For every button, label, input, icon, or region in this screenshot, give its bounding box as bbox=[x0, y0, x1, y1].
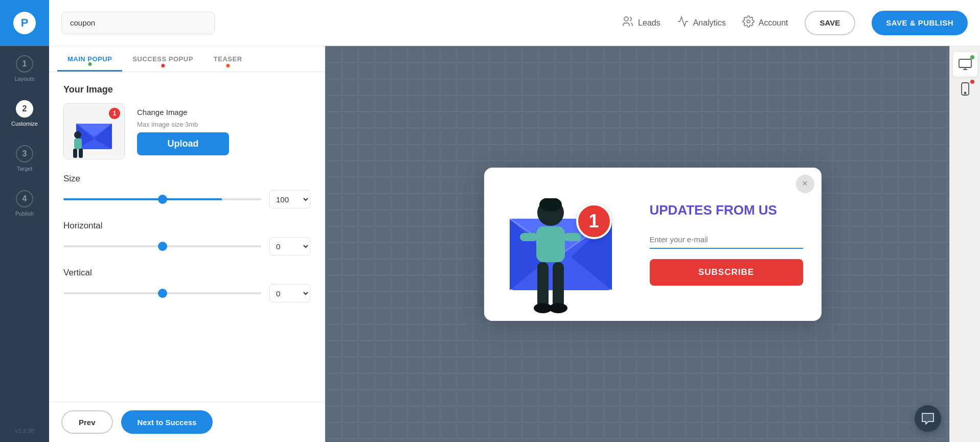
size-slider-row: 100 50 75 150 200 bbox=[63, 190, 310, 208]
svg-rect-20 bbox=[564, 233, 581, 241]
step-number-1: 1 bbox=[16, 55, 33, 73]
step-number-3: 3 bbox=[16, 145, 33, 162]
step-number-4: 4 bbox=[16, 190, 33, 207]
gear-icon bbox=[742, 15, 755, 30]
desktop-status-dot bbox=[970, 55, 974, 59]
leads-label: Leads bbox=[638, 18, 660, 28]
leads-icon bbox=[622, 15, 634, 30]
header-nav: Leads Analytics Account bbox=[622, 11, 968, 35]
sidebar-item-layouts[interactable]: 1 Layouts bbox=[0, 46, 49, 91]
sidebar: P 1 Layouts 2 Customize 3 Target 4 Publi… bbox=[0, 0, 49, 442]
tab-dot-main bbox=[88, 62, 92, 66]
popup-modal: × bbox=[484, 168, 822, 321]
panel-footer: Prev Next to Success bbox=[49, 402, 325, 442]
horizontal-control: Horizontal 0 -50 50 bbox=[63, 221, 310, 255]
upload-button[interactable]: Upload bbox=[137, 132, 229, 155]
sidebar-item-target[interactable]: 3 Target bbox=[0, 136, 49, 181]
horizontal-label: Horizontal bbox=[63, 221, 310, 231]
image-badge: 1 bbox=[109, 108, 120, 119]
search-input[interactable] bbox=[61, 12, 215, 34]
panel-scroll-area: Your Image bbox=[49, 72, 325, 402]
svg-point-0 bbox=[624, 17, 628, 21]
vertical-slider-row: 0 -50 50 bbox=[63, 284, 310, 303]
svg-rect-19 bbox=[520, 233, 537, 241]
analytics-label: Analytics bbox=[693, 18, 726, 28]
nav-leads[interactable]: Leads bbox=[622, 15, 660, 30]
subscribe-button[interactable]: SUBSCRIBE bbox=[650, 259, 803, 286]
vertical-select[interactable]: 0 -50 50 bbox=[269, 284, 310, 303]
tab-dot-teaser bbox=[226, 64, 230, 67]
logo-icon: P bbox=[13, 12, 36, 34]
save-button[interactable]: SAVE bbox=[805, 11, 856, 35]
version-label: v1.3.38 bbox=[15, 428, 34, 434]
mobile-device-button[interactable] bbox=[953, 77, 977, 101]
account-label: Account bbox=[759, 18, 788, 28]
size-label: Size bbox=[63, 174, 310, 184]
svg-point-6 bbox=[74, 131, 81, 138]
popup-content-side: UPDATES FROM US SUBSCRIBE bbox=[637, 168, 822, 321]
size-control: Size 100 50 75 150 200 bbox=[63, 174, 310, 208]
desktop-icon bbox=[959, 59, 972, 70]
chat-button[interactable] bbox=[915, 405, 941, 432]
sidebar-item-label: Target bbox=[17, 166, 33, 172]
svg-rect-8 bbox=[73, 149, 77, 158]
device-panel bbox=[949, 46, 980, 442]
svg-rect-22 bbox=[553, 262, 564, 308]
header: Leads Analytics Account bbox=[49, 0, 980, 46]
image-upload-area: Change Image Max image size 3mb Upload bbox=[137, 108, 229, 155]
svg-point-1 bbox=[747, 20, 750, 23]
image-preview: 1 bbox=[63, 103, 125, 159]
tab-main-popup[interactable]: MAIN POPUP bbox=[57, 46, 122, 72]
save-publish-button[interactable]: SAVE & PUBLISH bbox=[872, 11, 968, 35]
horizontal-slider[interactable] bbox=[63, 245, 261, 247]
popup-close-button[interactable]: × bbox=[796, 175, 814, 193]
notification-badge: 1 bbox=[576, 203, 612, 239]
mobile-icon bbox=[961, 82, 969, 96]
mobile-status-dot bbox=[970, 80, 974, 84]
next-button[interactable]: Next to Success bbox=[121, 410, 213, 434]
sidebar-item-label: Layouts bbox=[15, 76, 35, 82]
sidebar-item-label: Publish bbox=[15, 211, 34, 217]
svg-point-29 bbox=[964, 92, 966, 94]
svg-rect-25 bbox=[959, 59, 971, 67]
tab-success-popup[interactable]: SUCCESS POPUP bbox=[122, 46, 203, 72]
vertical-slider[interactable] bbox=[63, 292, 261, 294]
sidebar-item-publish[interactable]: 4 Publish bbox=[0, 181, 49, 226]
canvas-area: × bbox=[325, 46, 980, 442]
image-row: 1 Change Image Max image size 3mb Upload bbox=[63, 103, 310, 159]
sidebar-item-customize[interactable]: 2 Customize bbox=[0, 91, 49, 136]
tab-dot-success bbox=[161, 64, 165, 67]
max-size-label: Max image size 3mb bbox=[137, 121, 229, 128]
left-panel: MAIN POPUP SUCCESS POPUP TEASER Your Ima… bbox=[49, 46, 325, 442]
nav-account[interactable]: Account bbox=[742, 15, 788, 30]
vertical-control: Vertical 0 -50 50 bbox=[63, 268, 310, 303]
image-section-title: Your Image bbox=[63, 84, 310, 95]
main-area: Leads Analytics Account bbox=[49, 0, 980, 442]
envelope-wrapper: 1 bbox=[505, 188, 617, 321]
size-select[interactable]: 100 50 75 150 200 bbox=[269, 190, 310, 208]
svg-rect-18 bbox=[536, 226, 565, 262]
vertical-label: Vertical bbox=[63, 268, 310, 278]
nav-analytics[interactable]: Analytics bbox=[677, 15, 726, 30]
step-number-2: 2 bbox=[16, 100, 33, 118]
sidebar-item-label: Customize bbox=[11, 121, 38, 127]
horizontal-slider-row: 0 -50 50 bbox=[63, 237, 310, 255]
svg-rect-7 bbox=[74, 138, 82, 149]
chat-icon bbox=[921, 412, 935, 425]
tab-bar: MAIN POPUP SUCCESS POPUP TEASER bbox=[49, 46, 325, 72]
size-slider[interactable] bbox=[63, 198, 261, 200]
svg-rect-21 bbox=[537, 262, 549, 308]
content-area: MAIN POPUP SUCCESS POPUP TEASER Your Ima… bbox=[49, 46, 980, 442]
desktop-device-button[interactable] bbox=[953, 52, 977, 77]
analytics-icon bbox=[677, 15, 689, 30]
popup-title: UPDATES FROM US bbox=[650, 202, 803, 218]
change-image-label: Change Image bbox=[137, 108, 229, 117]
prev-button[interactable]: Prev bbox=[61, 410, 113, 434]
horizontal-select[interactable]: 0 -50 50 bbox=[269, 237, 310, 255]
svg-point-24 bbox=[549, 303, 567, 313]
sidebar-logo[interactable]: P bbox=[0, 0, 49, 46]
preview-figure bbox=[69, 131, 87, 159]
svg-rect-9 bbox=[79, 149, 83, 158]
email-input[interactable] bbox=[650, 231, 803, 249]
tab-teaser[interactable]: TEASER bbox=[203, 46, 253, 72]
